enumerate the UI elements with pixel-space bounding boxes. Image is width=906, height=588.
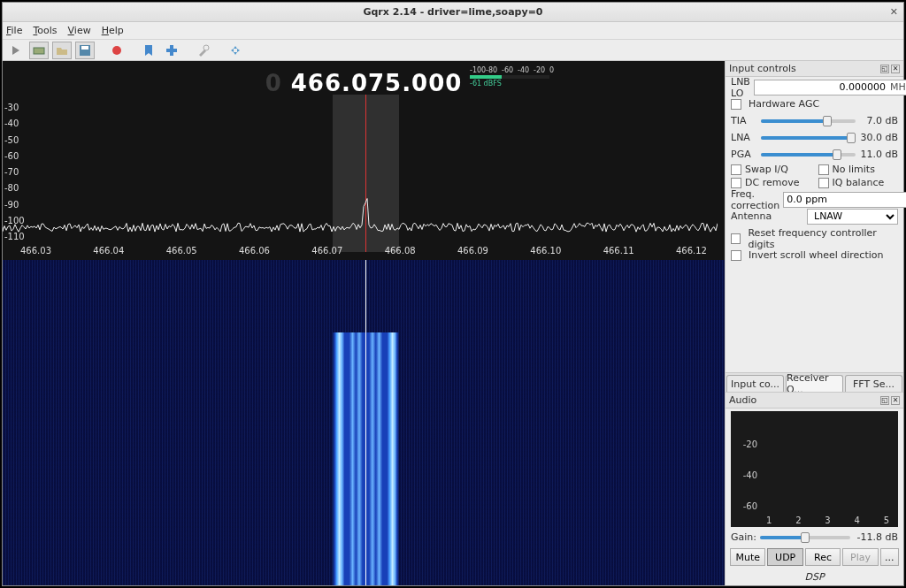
audio-scope[interactable]: -20-40-60 123 45 bbox=[731, 411, 898, 527]
window-titlebar: Gqrx 2.14 - driver=lime,soapy=0 ✕ bbox=[3, 3, 903, 22]
no-limits-checkbox[interactable] bbox=[818, 164, 829, 175]
antenna-label: Antenna bbox=[731, 210, 803, 222]
meter-ticks: -100 -80 -60 -40 -20 0 bbox=[470, 66, 565, 74]
waterfall-tune-line bbox=[365, 260, 366, 585]
dock-float-icon[interactable]: ◱ bbox=[880, 396, 889, 405]
spectrum-trace bbox=[3, 189, 718, 242]
tab-input-controls[interactable]: Input co... bbox=[726, 375, 784, 392]
freq-leading-zeros: 0 bbox=[265, 70, 282, 96]
svg-marker-0 bbox=[12, 46, 19, 55]
input-controls-panel: LNB LO MHz ▲▼ Hardware AGC TIA 7.0 dB LN… bbox=[726, 77, 903, 267]
rec-button[interactable]: Rec bbox=[805, 548, 841, 566]
dc-remove-checkbox[interactable] bbox=[731, 178, 741, 188]
svg-rect-4 bbox=[81, 46, 88, 50]
svg-point-8 bbox=[203, 45, 209, 50]
no-limits-label: No limits bbox=[833, 164, 875, 175]
dock-close-icon[interactable]: ✕ bbox=[891, 65, 900, 73]
menubar: File Tools View Help bbox=[3, 22, 903, 40]
gain-label: Gain: bbox=[731, 531, 756, 543]
audio-x-axis: 123 45 bbox=[766, 515, 889, 525]
pga-slider[interactable] bbox=[761, 153, 856, 157]
reset-digits-label: Reset frequency controller digits bbox=[748, 227, 898, 250]
tools-button[interactable] bbox=[194, 42, 213, 59]
dock-float-icon[interactable]: ◱ bbox=[880, 65, 889, 73]
tab-receiver-options[interactable]: Receiver O... bbox=[786, 375, 843, 392]
dc-remove-label: DC remove bbox=[745, 177, 799, 188]
svg-point-5 bbox=[112, 46, 121, 55]
gain-slider[interactable] bbox=[760, 536, 850, 539]
bookmark-button[interactable] bbox=[139, 42, 158, 59]
antenna-select[interactable]: LNAW bbox=[807, 209, 898, 225]
lna-value: 30.0 dB bbox=[859, 132, 898, 143]
hardware-agc-label: Hardware AGC bbox=[749, 98, 819, 110]
svg-rect-7 bbox=[170, 45, 173, 56]
gain-value: -11.8 dB bbox=[854, 531, 898, 543]
tab-fft-settings[interactable]: FFT Se... bbox=[845, 375, 902, 392]
input-controls-title: Input controls bbox=[729, 63, 796, 74]
dx-cluster-button[interactable] bbox=[162, 42, 181, 59]
play-dsp-button[interactable] bbox=[6, 42, 26, 59]
fullscreen-button[interactable] bbox=[226, 42, 245, 59]
dock-close-icon[interactable]: ✕ bbox=[891, 396, 900, 405]
menu-view[interactable]: View bbox=[68, 25, 91, 36]
lnb-lo-spinbox[interactable]: MHz ▲▼ bbox=[754, 80, 906, 95]
mute-button[interactable]: Mute bbox=[730, 548, 765, 566]
audio-y-axis: -20-40-60 bbox=[740, 429, 757, 522]
audio-header: Audio ◱✕ bbox=[726, 393, 903, 409]
swap-iq-checkbox[interactable] bbox=[731, 164, 741, 175]
udp-button[interactable]: UDP bbox=[767, 548, 802, 566]
menu-file[interactable]: File bbox=[6, 25, 22, 36]
swap-iq-label: Swap I/Q bbox=[745, 164, 788, 175]
main-display: 0 466.075.000 -100 -80 -60 -40 -20 0 -61… bbox=[3, 61, 725, 585]
meter-bar bbox=[470, 75, 549, 79]
lna-slider[interactable] bbox=[761, 136, 856, 140]
spectrum-plot[interactable]: 0 466.075.000 -100 -80 -60 -40 -20 0 -61… bbox=[3, 61, 725, 260]
record-iq-button[interactable] bbox=[107, 42, 127, 59]
close-icon[interactable]: ✕ bbox=[890, 6, 898, 18]
freq-corr-label: Freq. correction bbox=[731, 188, 779, 211]
svg-rect-1 bbox=[34, 48, 44, 54]
hardware-agc-checkbox[interactable] bbox=[731, 99, 741, 110]
frequency-display[interactable]: 0 466.075.000 bbox=[3, 70, 725, 96]
tia-slider[interactable] bbox=[761, 119, 856, 123]
menu-help[interactable]: Help bbox=[102, 25, 124, 36]
toolbar bbox=[3, 40, 903, 61]
freq-corr-spinbox[interactable]: ▲▼ bbox=[783, 192, 906, 208]
dock-tabbar: Input co... Receiver O... FFT Se... bbox=[726, 372, 903, 392]
load-button[interactable] bbox=[52, 42, 72, 59]
tia-label: TIA bbox=[731, 115, 757, 126]
more-button[interactable]: ... bbox=[880, 548, 899, 566]
meter-reading: -61 dBFS bbox=[470, 80, 565, 88]
freq-corr-input[interactable] bbox=[784, 193, 906, 207]
iq-balance-checkbox[interactable] bbox=[818, 178, 829, 188]
freq-value[interactable]: 466.075.000 bbox=[291, 70, 463, 96]
dsp-label: DSP bbox=[726, 571, 903, 585]
waterfall-plot[interactable] bbox=[3, 260, 725, 585]
iq-balance-label: IQ balance bbox=[833, 177, 885, 188]
audio-buttons: Mute UDP Rec Play ... bbox=[726, 546, 903, 571]
menu-tools[interactable]: Tools bbox=[33, 25, 57, 36]
device-button[interactable] bbox=[29, 42, 49, 59]
play-button[interactable]: Play bbox=[842, 548, 878, 566]
pga-label: PGA bbox=[731, 149, 757, 160]
window-title: Gqrx 2.14 - driver=lime,soapy=0 bbox=[363, 6, 542, 18]
audio-title: Audio bbox=[729, 394, 756, 406]
tia-value: 7.0 dB bbox=[859, 115, 898, 126]
signal-meter: -100 -80 -60 -40 -20 0 -61 dBFS bbox=[470, 66, 565, 88]
reset-digits-checkbox[interactable] bbox=[731, 233, 741, 244]
spectrum-x-axis: 466.03466.04466.05 466.06466.07466.08 46… bbox=[3, 246, 725, 258]
save-button[interactable] bbox=[75, 42, 95, 59]
lnb-lo-input[interactable] bbox=[755, 80, 888, 95]
lna-label: LNA bbox=[731, 132, 757, 143]
pga-value: 11.0 dB bbox=[859, 149, 898, 160]
lnb-lo-label: LNB LO bbox=[731, 76, 750, 99]
invert-scroll-label: Invert scroll wheel direction bbox=[749, 249, 884, 261]
invert-scroll-checkbox[interactable] bbox=[731, 250, 741, 261]
input-controls-header: Input controls ◱✕ bbox=[726, 61, 903, 77]
